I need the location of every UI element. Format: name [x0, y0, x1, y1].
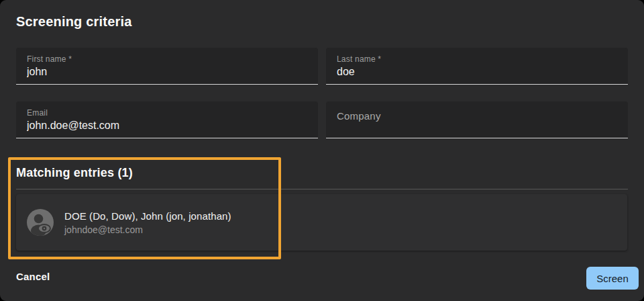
dialog-title: Screening criteria — [16, 14, 132, 30]
last-name-label: Last name * — [337, 54, 617, 64]
entry-name: DOE (Do, Dow), John (jon, jonathan) — [64, 210, 231, 222]
first-name-input[interactable] — [27, 66, 307, 78]
company-field[interactable]: Company — [326, 101, 628, 138]
matching-entry-row[interactable]: DOE (Do, Dow), John (jon, jonathan) john… — [16, 194, 627, 251]
company-label: Company — [337, 110, 617, 122]
email-input[interactable] — [27, 120, 307, 132]
entry-text: DOE (Do, Dow), John (jon, jonathan) john… — [64, 210, 231, 235]
matching-entries-card: DOE (Do, Dow), John (jon, jonathan) john… — [16, 194, 627, 251]
first-name-field[interactable]: First name * — [16, 48, 318, 85]
last-name-field[interactable]: Last name * — [326, 48, 628, 85]
first-name-label: First name * — [27, 54, 307, 64]
email-label: Email — [27, 108, 307, 118]
cancel-button[interactable]: Cancel — [16, 271, 50, 282]
screening-criteria-dialog: Screening criteria First name * Last nam… — [0, 0, 644, 301]
screenshot-stage: Screening criteria First name * Last nam… — [0, 0, 644, 301]
screen-button[interactable]: Screen — [586, 267, 639, 290]
company-input[interactable] — [337, 124, 617, 136]
section-divider — [16, 189, 628, 189]
person-visibility-icon — [27, 209, 54, 236]
entry-email: johndoe@test.com — [64, 224, 231, 235]
matching-entries-heading: Matching entries (1) — [16, 166, 133, 180]
email-field[interactable]: Email — [16, 101, 318, 138]
last-name-input[interactable] — [337, 66, 617, 78]
